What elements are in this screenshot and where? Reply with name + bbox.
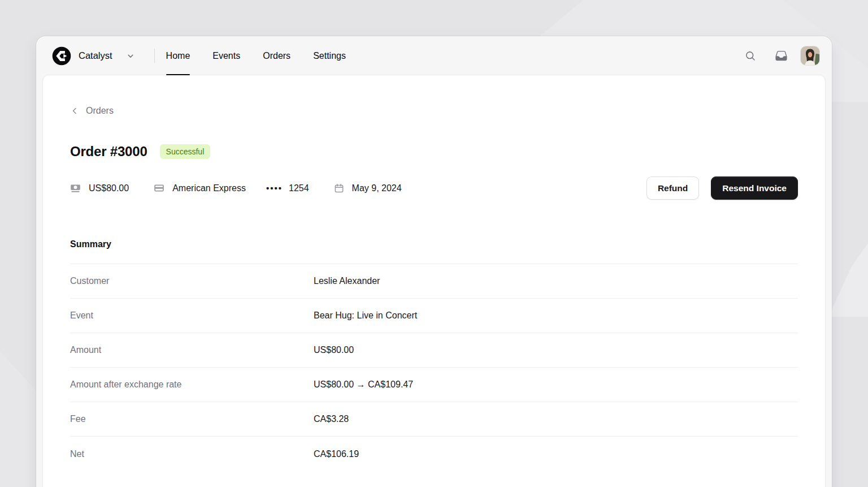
- main-panel: Orders Order #3000 Successful U: [43, 75, 825, 487]
- banknote-icon: [70, 183, 81, 193]
- refund-button[interactable]: Refund: [646, 176, 699, 200]
- summary-row-customer: Customer Leslie Alexander: [70, 264, 798, 299]
- summary-label: Customer: [70, 276, 314, 286]
- summary-label: Fee: [70, 414, 314, 424]
- resend-invoice-button[interactable]: Resend Invoice: [711, 176, 798, 200]
- catalyst-logo-icon: [52, 46, 71, 66]
- search-button[interactable]: [740, 45, 761, 67]
- summary-heading: Summary: [70, 239, 798, 249]
- inbox-button[interactable]: [770, 45, 792, 67]
- order-header: Order #3000 Successful: [70, 144, 798, 160]
- inbox-icon: [775, 49, 788, 62]
- team-switcher[interactable]: Catalyst: [52, 46, 135, 66]
- background-facet: [828, 243, 868, 317]
- app-window: Catalyst Home Events Orders Settings: [36, 36, 832, 487]
- summary-value: US$80.00 → CA$109.47: [314, 380, 798, 390]
- credit-card-icon: [154, 183, 164, 193]
- breadcrumb-label: Orders: [86, 106, 114, 116]
- summary-label: Event: [70, 311, 314, 321]
- order-amount-meta: US$80.00: [70, 183, 129, 193]
- navbar-divider: [154, 49, 155, 63]
- search-icon: [744, 50, 757, 62]
- summary-row-event: Event Bear Hug: Live in Concert: [70, 299, 798, 333]
- summary-label: Amount: [70, 345, 314, 355]
- summary-value: US$80.00: [314, 345, 798, 355]
- summary-label: Net: [70, 449, 314, 459]
- order-meta-items: US$80.00 American Express •••• 125: [70, 183, 402, 193]
- summary-value: CA$106.19: [314, 449, 798, 459]
- chevron-down-icon: [126, 51, 135, 61]
- order-amount: US$80.00: [89, 183, 129, 193]
- user-avatar[interactable]: [801, 46, 819, 65]
- top-navbar: Catalyst Home Events Orders Settings: [36, 36, 832, 75]
- nav-item-settings[interactable]: Settings: [313, 36, 346, 75]
- summary-label: Amount after exchange rate: [70, 380, 314, 390]
- brand-name: Catalyst: [79, 50, 112, 61]
- nav-item-events[interactable]: Events: [212, 36, 240, 75]
- order-actions: Refund Resend Invoice: [646, 176, 798, 200]
- status-badge: Successful: [160, 144, 211, 159]
- summary-row-net: Net CA$106.19: [70, 437, 798, 471]
- summary-list: Customer Leslie Alexander Event Bear Hug…: [70, 264, 798, 471]
- page-title: Order #3000: [70, 144, 147, 160]
- order-date: May 9, 2024: [352, 183, 402, 193]
- summary-row-exchange: Amount after exchange rate US$80.00 → CA…: [70, 368, 798, 402]
- order-meta-row: US$80.00 American Express •••• 125: [70, 176, 798, 200]
- summary-row-amount: Amount US$80.00: [70, 333, 798, 368]
- calendar-icon: [334, 183, 344, 193]
- nav-item-home[interactable]: Home: [166, 36, 190, 75]
- nav-item-orders[interactable]: Orders: [263, 36, 290, 75]
- summary-value: CA$3.28: [314, 414, 798, 424]
- summary-row-fee: Fee CA$3.28: [70, 402, 798, 437]
- card-last4: 1254: [289, 183, 309, 193]
- order-payment-meta: American Express •••• 1254: [154, 183, 309, 193]
- summary-value: Leslie Alexander: [314, 276, 798, 286]
- chevron-left-icon: [70, 106, 79, 115]
- navbar-right: [740, 45, 819, 67]
- card-brand: American Express: [172, 183, 246, 193]
- main-nav: Home Events Orders Settings: [166, 36, 346, 75]
- card-mask-dots: ••••: [266, 183, 283, 193]
- order-date-meta: May 9, 2024: [334, 183, 402, 193]
- summary-value: Bear Hug: Live in Concert: [314, 311, 798, 321]
- breadcrumb[interactable]: Orders: [70, 106, 114, 116]
